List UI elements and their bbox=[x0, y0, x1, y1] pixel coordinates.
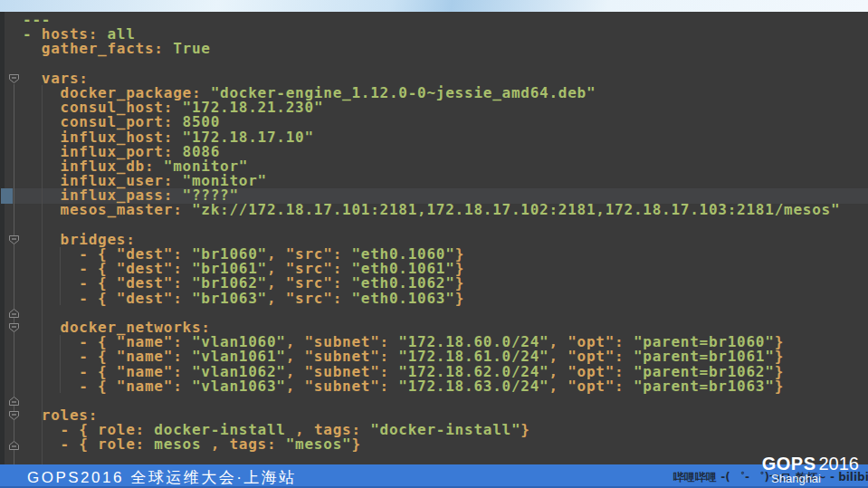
code-editor[interactable]: ---- hosts: all gather_facts: True vars:… bbox=[0, 12, 868, 464]
gops-logo-year: 2016 bbox=[819, 454, 860, 474]
caret-line-gutter-marker bbox=[1, 188, 13, 203]
code-line[interactable]: --- bbox=[23, 13, 840, 27]
fold-collapse-up-icon[interactable] bbox=[8, 396, 20, 407]
code-line[interactable]: - { "name": "vlan1063", "subnet": "172.1… bbox=[23, 379, 840, 394]
fold-guide-line bbox=[14, 84, 14, 464]
fold-collapse-down-icon[interactable] bbox=[8, 410, 20, 421]
yaml-value-token: "eth0.1063" bbox=[351, 290, 454, 307]
yaml-key-token: - { role: bbox=[23, 435, 154, 453]
code-line[interactable] bbox=[23, 218, 840, 233]
yaml-value-token: "zk://172.18.17.101:2181,172.18.17.102:2… bbox=[192, 201, 840, 218]
fold-collapse-down-icon[interactable] bbox=[8, 322, 20, 333]
fold-collapse-down-icon[interactable] bbox=[8, 234, 20, 245]
yaml-key-token: mesos_master: bbox=[23, 201, 192, 218]
yaml-key-token: - { "dest": bbox=[23, 290, 192, 307]
gops-logo: GOPS2016 bbox=[762, 454, 859, 474]
code-line[interactable]: - { "dest": "br1063", "src": "eth0.1063"… bbox=[23, 292, 840, 306]
code-line[interactable] bbox=[23, 57, 840, 72]
yaml-value-token: "parent=br1063" bbox=[634, 378, 775, 395]
yaml-value-token: "172.18.63.0/24" bbox=[398, 378, 548, 395]
yaml-value-token: "mesos" bbox=[286, 435, 352, 453]
yaml-value-token: "br1063" bbox=[192, 290, 267, 307]
code-line[interactable]: gather_facts: True bbox=[23, 42, 840, 56]
yaml-key-token: } bbox=[455, 290, 464, 307]
yaml-key-token: , "subnet": bbox=[286, 378, 399, 395]
yaml-key-token: , tags: bbox=[211, 435, 286, 453]
yaml-value-token: "docker-install" bbox=[370, 421, 520, 438]
slide-top-strip bbox=[0, 0, 868, 12]
yaml-value-token: mesos bbox=[154, 435, 210, 453]
code-line[interactable]: - { role: mesos , tags: "mesos"} bbox=[23, 437, 840, 452]
conference-title: GOPS2016 全球运维大会·上海站 bbox=[27, 467, 297, 488]
fold-collapse-down-icon[interactable] bbox=[8, 73, 20, 84]
yaml-key-token: , "opt": bbox=[548, 378, 633, 395]
yaml-key-token: } bbox=[351, 435, 360, 453]
code-line[interactable] bbox=[23, 394, 840, 408]
code-line[interactable]: mesos_master: "zk://172.18.17.101:2181,1… bbox=[23, 203, 840, 217]
yaml-key-token: - { "name": bbox=[23, 378, 192, 395]
yaml-key-token: } bbox=[520, 421, 529, 438]
yaml-key-token: gather_facts: bbox=[23, 40, 173, 57]
code-line[interactable] bbox=[23, 453, 840, 464]
fold-collapse-up-icon[interactable] bbox=[8, 308, 20, 319]
gops-logo-main: GOPS bbox=[762, 454, 816, 474]
yaml-key-token: , "src": bbox=[267, 290, 351, 307]
yaml-value-token: True bbox=[173, 40, 211, 57]
fold-collapse-up-icon[interactable] bbox=[8, 440, 20, 451]
yaml-value-token: "vlan1063" bbox=[192, 378, 286, 395]
yaml-key-token: } bbox=[775, 378, 784, 395]
editor-left-strip bbox=[0, 12, 5, 464]
code-area[interactable]: ---- hosts: all gather_facts: True vars:… bbox=[23, 13, 840, 464]
